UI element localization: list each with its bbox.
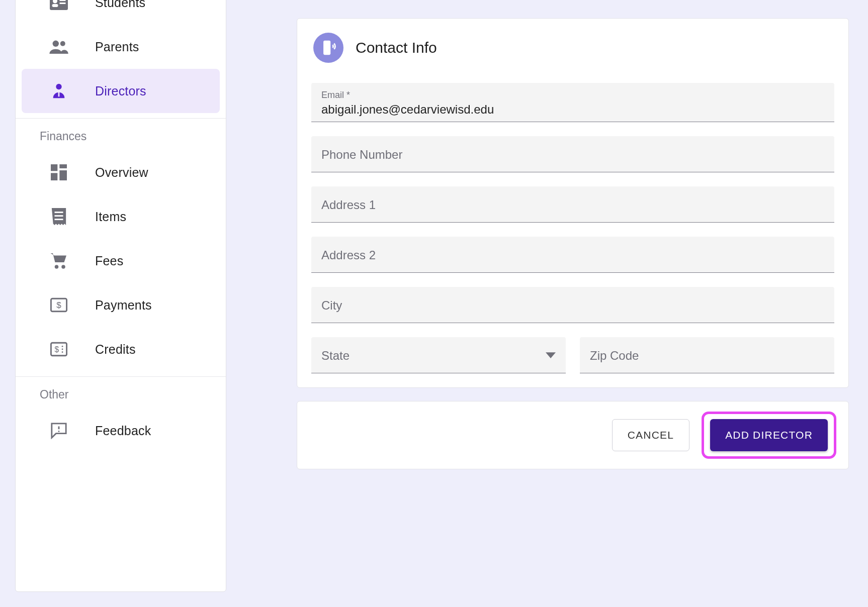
- svg-rect-14: [55, 215, 63, 217]
- svg-rect-4: [60, 3, 66, 4]
- field-value: abigail.jones@cedarviewisd.edu: [321, 103, 824, 117]
- field-placeholder: Phone Number: [321, 148, 824, 162]
- sidebar-item-parents[interactable]: Parents: [22, 25, 220, 69]
- svg-rect-10: [59, 164, 67, 168]
- field-placeholder: Address 1: [321, 198, 824, 212]
- svg-text:$: $: [54, 345, 59, 354]
- svg-point-24: [62, 351, 63, 353]
- sidebar-item-label: Items: [95, 210, 126, 224]
- action-bar: CANCEL ADD DIRECTOR: [297, 401, 849, 469]
- sidebar-item-payments[interactable]: $ Payments: [22, 283, 220, 327]
- sidebar-item-items[interactable]: Items: [22, 194, 220, 239]
- cancel-button[interactable]: CANCEL: [612, 419, 689, 451]
- sidebar-item-overview[interactable]: Overview: [22, 150, 220, 194]
- field-placeholder: Zip Code: [590, 349, 824, 363]
- sidebar-item-label: Directors: [95, 84, 146, 98]
- dashboard-icon: [48, 161, 70, 183]
- svg-rect-3: [60, 0, 66, 1]
- svg-rect-27: [323, 41, 330, 55]
- highlight-ring: ADD DIRECTOR: [702, 412, 836, 459]
- city-field[interactable]: City: [311, 287, 834, 323]
- add-director-button[interactable]: ADD DIRECTOR: [710, 419, 828, 451]
- sidebar-item-label: Students: [95, 0, 145, 10]
- sidebar-item-label: Credits: [95, 342, 136, 357]
- section-header-other: Other: [16, 376, 226, 409]
- money-icon: $: [48, 294, 70, 316]
- svg-rect-15: [55, 219, 63, 220]
- svg-rect-11: [59, 170, 67, 180]
- main-content: Contact Info Email * abigail.jones@cedar…: [226, 0, 868, 607]
- receipt-icon: [48, 206, 70, 228]
- svg-rect-8: [58, 91, 60, 96]
- sidebar-item-label: Payments: [95, 298, 152, 313]
- svg-point-6: [60, 41, 65, 46]
- svg-rect-12: [51, 173, 57, 180]
- card-title: Contact Info: [356, 39, 437, 56]
- email-field[interactable]: Email * abigail.jones@cedarviewisd.edu: [311, 83, 834, 122]
- chevron-down-icon: [546, 352, 556, 359]
- person-tie-icon: [48, 80, 70, 102]
- state-select[interactable]: State: [311, 337, 566, 373]
- contact-info-card: Contact Info Email * abigail.jones@cedar…: [297, 18, 849, 388]
- section-header-finances: Finances: [16, 118, 226, 150]
- svg-point-16: [55, 265, 59, 269]
- svg-point-7: [56, 84, 61, 89]
- field-placeholder: City: [321, 298, 824, 313]
- badge-icon: [48, 0, 70, 14]
- sidebar-item-label: Feedback: [95, 424, 151, 438]
- svg-text:$: $: [56, 300, 61, 310]
- sidebar-item-directors[interactable]: Directors: [22, 69, 220, 113]
- feedback-icon: [48, 420, 70, 442]
- zip-field[interactable]: Zip Code: [580, 337, 834, 373]
- svg-point-22: [62, 349, 63, 350]
- people-icon: [48, 36, 70, 58]
- sidebar-item-fees[interactable]: Fees: [22, 239, 220, 283]
- address1-field[interactable]: Address 1: [311, 186, 834, 223]
- svg-point-26: [58, 431, 60, 432]
- sidebar-item-feedback[interactable]: Feedback: [22, 409, 220, 453]
- svg-point-17: [61, 265, 65, 269]
- card-header: Contact Info: [311, 33, 834, 63]
- phone-ring-icon: [313, 33, 343, 63]
- sidebar-item-label: Fees: [95, 254, 123, 268]
- sidebar-item-label: Parents: [95, 40, 139, 54]
- address2-field[interactable]: Address 2: [311, 237, 834, 273]
- svg-rect-9: [51, 164, 57, 171]
- svg-point-5: [53, 41, 59, 47]
- cart-icon: [48, 250, 70, 272]
- phone-field[interactable]: Phone Number: [311, 136, 834, 172]
- sidebar-item-credits[interactable]: $ Credits: [22, 327, 220, 371]
- svg-rect-2: [52, 4, 58, 7]
- field-placeholder: Address 2: [321, 248, 824, 262]
- credits-icon: $: [48, 338, 70, 360]
- field-placeholder: State: [321, 349, 350, 363]
- sidebar-item-students[interactable]: Students: [22, 0, 220, 25]
- field-label: Email *: [321, 90, 824, 100]
- sidebar: Students Parents Directors Finances Over…: [15, 0, 226, 592]
- sidebar-item-label: Overview: [95, 165, 148, 180]
- svg-rect-13: [55, 212, 63, 213]
- svg-point-23: [62, 346, 63, 347]
